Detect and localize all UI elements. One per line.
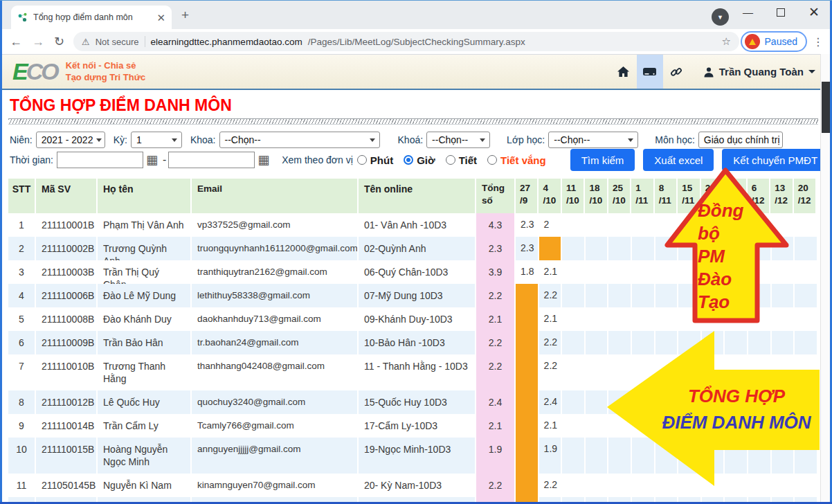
cell-stt: 6 bbox=[8, 331, 36, 354]
calendar-to-icon[interactable]: ▦ bbox=[257, 154, 269, 166]
attendance-cell bbox=[516, 414, 539, 438]
title-bar: Tổng hợp điểm danh môn ✕ + ▼ — ✕ bbox=[0, 0, 832, 29]
range-dash: - bbox=[163, 154, 166, 166]
cell-tongso: 2.2 bbox=[476, 474, 516, 497]
annotation-line: PM bbox=[698, 245, 760, 268]
annotation-line: Đồng bbox=[698, 199, 760, 222]
attendance-cell bbox=[608, 213, 632, 237]
scrollbar-thumb[interactable] bbox=[822, 82, 830, 133]
back-icon[interactable]: ← bbox=[10, 35, 22, 49]
cell-hoten: Đào Lê Mỹ Dung bbox=[98, 284, 192, 307]
unit-radio-giờ[interactable]: Giờ bbox=[404, 154, 435, 166]
cell-tongso: 2.2 bbox=[476, 331, 516, 354]
browser-menu-icon[interactable]: ⋮ bbox=[813, 35, 824, 48]
attendance-cell bbox=[608, 237, 632, 260]
attendance-cell bbox=[562, 331, 586, 354]
drive-icon[interactable] bbox=[637, 55, 663, 89]
home-icon[interactable] bbox=[611, 55, 637, 89]
maximize-button[interactable] bbox=[777, 8, 785, 17]
browser-tab[interactable]: Tổng hợp điểm danh môn ✕ bbox=[11, 6, 172, 29]
browser-window: Tổng hợp điểm danh môn ✕ + ▼ — ✕ ← → ↻ ⚠… bbox=[0, 0, 832, 504]
tab-close-icon[interactable]: ✕ bbox=[156, 12, 165, 23]
nien-select[interactable]: 2021 - 2022 bbox=[36, 132, 105, 148]
cell-hoten: Đào Khánh Duy bbox=[98, 307, 192, 331]
forward-icon[interactable]: → bbox=[32, 35, 44, 49]
unit-radio-tiết-vắng[interactable]: Tiết vắng bbox=[487, 154, 546, 166]
cell-masv: 211110014B bbox=[36, 414, 98, 438]
cell-tenonline: 01- Vân Anh -10D3 bbox=[359, 213, 476, 237]
cell-tongso: 2.1 bbox=[476, 414, 516, 438]
cell-masv: 211110006B bbox=[36, 284, 98, 307]
calendar-from-icon[interactable]: ▦ bbox=[146, 154, 158, 166]
new-tab-button[interactable]: + bbox=[181, 8, 189, 23]
window-border-top bbox=[0, 0, 832, 1]
khoa2-select[interactable]: --Chọn-- bbox=[426, 132, 490, 148]
attendance-cell: 2.3 bbox=[516, 237, 539, 260]
site-header: ECO Kết nối - Chia sẻ Tạo dựng Tri Thức … bbox=[0, 54, 832, 90]
link-icon[interactable] bbox=[663, 55, 689, 89]
page-title: TỔNG HỢP ĐIỂM DANH MÔN bbox=[10, 96, 232, 115]
khoa-select[interactable]: --Chọn-- bbox=[219, 132, 380, 148]
cell-tenonline: 20- Kỳ Nam-10D3 bbox=[359, 474, 476, 497]
unit-radio-phút[interactable]: Phút bbox=[357, 154, 393, 166]
cell-masv: 211110015B bbox=[36, 438, 98, 474]
user-menu[interactable]: Trần Quang Toàn bbox=[703, 66, 815, 78]
lophoc-select[interactable]: --Chọn-- bbox=[548, 132, 638, 148]
date-column-header: 4/10 bbox=[539, 179, 561, 213]
bookmark-star-icon[interactable]: ☆ bbox=[722, 35, 731, 48]
attendance-cell: 2.2 bbox=[539, 354, 563, 390]
attendance-cell bbox=[608, 260, 632, 284]
reload-icon[interactable]: ↻ bbox=[54, 34, 64, 49]
radio-icon bbox=[357, 155, 367, 165]
time-to-input[interactable] bbox=[168, 152, 255, 168]
cell-tenonline: 07-Mỹ Dung 10D3 bbox=[359, 284, 476, 307]
browser-toolbar: ← → ↻ ⚠ Not secure elearningdttec.phanme… bbox=[0, 29, 832, 54]
attendance-cell bbox=[795, 260, 818, 284]
cell-email: truongquynhanh16112000@gmail.com bbox=[192, 237, 359, 260]
attendance-cell bbox=[632, 213, 655, 237]
address-bar[interactable]: ⚠ Not secure elearningdttec.phanmemdaota… bbox=[73, 32, 739, 51]
annotation-arrow-up-text: ĐồngbộPMĐàoTạo bbox=[698, 199, 760, 314]
media-control-button[interactable]: ▼ bbox=[712, 8, 729, 26]
lophoc-label: Lớp học: bbox=[507, 134, 545, 145]
cell-masv: 211110012B bbox=[36, 390, 98, 414]
date-column-header: 27/9 bbox=[516, 179, 539, 213]
attendance-cell: 1.8 bbox=[516, 260, 539, 284]
date-column-header: 11/10 bbox=[562, 179, 585, 213]
cell-stt: 2 bbox=[8, 237, 36, 260]
search-button[interactable]: Tìm kiếm bbox=[570, 149, 635, 171]
minimize-button[interactable]: — bbox=[743, 6, 753, 18]
unit-radios: PhútGiờTiếtTiết vắng bbox=[357, 154, 557, 166]
radio-label: Giờ bbox=[417, 154, 435, 166]
radio-icon bbox=[487, 155, 497, 165]
attendance-cell bbox=[516, 307, 539, 331]
attendance-cell bbox=[516, 331, 539, 354]
khoa2-label: Khoá: bbox=[398, 134, 424, 145]
ky-select[interactable]: 1 bbox=[131, 132, 182, 148]
paused-extension-badge[interactable]: Paused bbox=[741, 31, 807, 52]
attendance-cell bbox=[586, 307, 609, 331]
logo-tagline: Kết nối - Chia sẻ Tạo dựng Tri Thức bbox=[66, 60, 146, 84]
cell-tenonline: 10-Bảo Hân -10D3 bbox=[359, 331, 476, 354]
attendance-cell bbox=[795, 307, 818, 331]
cell-tongso: 1.9 bbox=[476, 438, 516, 474]
tab-favicon bbox=[17, 12, 28, 23]
monhoc-select[interactable]: Giáo dục chính trị - bbox=[698, 132, 783, 148]
attendance-cell bbox=[562, 260, 586, 284]
close-button[interactable]: ✕ bbox=[808, 4, 820, 20]
eco-logo[interactable]: ECO bbox=[12, 58, 57, 85]
date-column-header: 20/12 bbox=[794, 179, 817, 213]
attendance-cell: 2.1 bbox=[539, 307, 563, 331]
attendance-cell bbox=[586, 284, 609, 307]
cell-tenonline: 09-Khánh Duy-10D3 bbox=[359, 307, 476, 331]
cell-stt: 11 bbox=[8, 474, 36, 497]
time-from-input[interactable] bbox=[57, 152, 143, 168]
attendance-cell bbox=[562, 213, 586, 237]
attendance-cell: 2.2 bbox=[539, 331, 563, 354]
column-header-hoten: Họ tên bbox=[98, 179, 192, 213]
cell-hoten: Hoàng Nguyễn Ngọc Minh bbox=[98, 438, 192, 474]
attendance-cell bbox=[795, 237, 818, 260]
cell-email: Tcamly766@gmail.com bbox=[192, 414, 359, 438]
unit-radio-tiết[interactable]: Tiết bbox=[446, 154, 477, 166]
chevron-down-icon bbox=[808, 70, 815, 73]
